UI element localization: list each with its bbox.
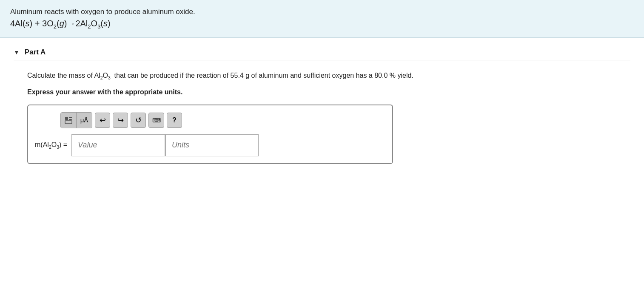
intro-text: Aluminum reacts with oxygen to produce a… [10, 8, 634, 16]
svg-rect-3 [65, 121, 72, 124]
redo-button[interactable]: ↪ [113, 113, 128, 128]
help-button[interactable]: ? [167, 113, 182, 128]
question-body: Calculate the mass of Al2O3 that can be … [27, 71, 630, 164]
answer-box: μÅ ↩ ↪ ↺ ⌨ [27, 105, 393, 164]
equation-label: m(Al2O3) = [35, 141, 67, 150]
template-btn-group: μÅ [60, 112, 92, 128]
part-header: ▼ Part A [14, 48, 630, 60]
reset-button[interactable]: ↺ [131, 113, 146, 128]
mu-a-button[interactable]: μÅ [77, 113, 92, 128]
keyboard-button[interactable]: ⌨ [148, 113, 164, 128]
keyboard-icon: ⌨ [152, 117, 160, 124]
svg-rect-0 [65, 117, 68, 120]
equation-display: 4Al(s) + 3O2(g)→2Al2O3(s) [10, 19, 634, 30]
help-icon: ? [172, 116, 177, 124]
mu-a-label: μÅ [80, 116, 88, 124]
part-label: Part A [25, 48, 46, 57]
collapse-arrow-icon[interactable]: ▼ [14, 49, 20, 56]
toolbar: μÅ ↩ ↪ ↺ ⌨ [35, 112, 385, 128]
top-banner: Aluminum reacts with oxygen to produce a… [0, 0, 644, 38]
reload-icon: ↺ [135, 116, 142, 125]
template-icon-button[interactable] [61, 113, 77, 128]
undo-button[interactable]: ↩ [95, 113, 110, 128]
question-text: Calculate the mass of Al2O3 that can be … [27, 71, 630, 82]
units-input[interactable] [165, 134, 259, 156]
svg-rect-2 [69, 119, 72, 120]
express-instruction: Express your answer with the appropriate… [27, 88, 630, 96]
undo-icon: ↩ [100, 116, 106, 125]
input-row: m(Al2O3) = [35, 134, 385, 156]
svg-rect-1 [69, 117, 72, 118]
main-content: ▼ Part A Calculate the mass of Al2O3 tha… [0, 38, 644, 174]
redo-icon: ↪ [117, 116, 124, 125]
value-input[interactable] [71, 134, 165, 156]
